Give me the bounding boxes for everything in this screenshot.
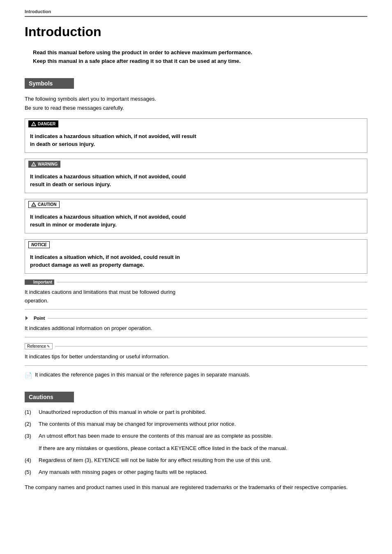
ref-page-icon: 📄 — [25, 372, 32, 379]
caution-sub-3: If there are any mistakes or questions, … — [39, 444, 367, 453]
caution-text-4: Regardless of item (3), KEYENCE will not… — [39, 456, 367, 465]
caution-triangle-icon: ! — [31, 202, 36, 207]
breadcrumb-text: Introduction — [25, 9, 51, 14]
symbols-intro-line2: Be sure to read these messages carefully… — [25, 104, 367, 113]
important-badge: Important — [25, 279, 54, 285]
danger-desc-line1: It indicates a hazardous situation which… — [30, 132, 362, 141]
svg-text:!: ! — [33, 204, 34, 206]
important-header: Important — [25, 279, 367, 285]
important-desc: It indicates cautions and limitations th… — [25, 286, 367, 309]
reference-entry: Reference ✎ It indicates tips for better… — [25, 343, 367, 366]
intro-text: Read this manual before using the produc… — [33, 48, 367, 66]
ref-page-row: 📄 It indicates the reference pages in th… — [25, 372, 367, 379]
play-icon — [27, 280, 30, 284]
point-badge: Point — [25, 315, 45, 321]
notice-label-row: NOTICE — [25, 240, 367, 250]
svg-text:!: ! — [33, 123, 34, 126]
notice-desc: It indicates a situation which, if not a… — [25, 250, 367, 273]
danger-label-row: ! DANGER — [25, 119, 367, 129]
caution-text-3: An utmost effort has been made to ensure… — [39, 432, 367, 441]
svg-marker-6 — [25, 316, 28, 320]
symbols-intro-line1: The following symbols alert you to impor… — [25, 95, 367, 104]
caution-item-5: (5) Any manuals with missing pages or ot… — [25, 468, 367, 477]
trademark-text: The company names and product names used… — [25, 483, 367, 492]
symbols-intro: The following symbols alert you to impor… — [25, 95, 367, 113]
caution-desc: It indicates a hazardous situation which… — [25, 210, 367, 233]
caution-desc-line1: It indicates a hazardous situation which… — [30, 213, 362, 221]
caution-item-3: (3) An utmost effort has been made to en… — [25, 432, 367, 453]
intro-line1: Read this manual before using the produc… — [33, 48, 367, 57]
caution-text-5: Any manuals with missing pages or other … — [39, 468, 367, 477]
reference-desc: It indicates tips for better understandi… — [25, 351, 367, 365]
symbols-header: Symbols — [25, 78, 74, 89]
warning-badge: ! WARNING — [28, 161, 60, 168]
warning-desc: It indicates a hazardous situation which… — [25, 169, 367, 193]
caution-desc-line2: result in minor or moderate injury. — [30, 221, 362, 229]
danger-entry: ! DANGER It indicates a hazardous situat… — [25, 118, 367, 153]
warning-label: WARNING — [38, 162, 58, 166]
danger-badge: ! DANGER — [28, 120, 58, 127]
warning-desc-line1: It indicates a hazardous situation which… — [30, 173, 362, 181]
important-label: Important — [33, 280, 52, 284]
caution-text-2: The contents of this manual may be chang… — [39, 420, 367, 429]
notice-entry: NOTICE It indicates a situation which, i… — [25, 239, 367, 274]
caution-label: CAUTION — [38, 202, 57, 207]
notice-desc-line1: It indicates a situation which, if not a… — [30, 253, 362, 261]
breadcrumb: Introduction — [25, 8, 367, 17]
caution-num-3: (3) — [25, 432, 35, 441]
point-icon — [25, 315, 30, 321]
warning-desc-line2: result in death or serious injury. — [30, 180, 362, 189]
caution-num-2: (2) — [25, 420, 35, 429]
caution-badge: ! CAUTION — [28, 201, 60, 208]
danger-triangle-icon: ! — [31, 122, 36, 126]
ref-page-text: It indicates the reference pages in this… — [35, 372, 250, 378]
danger-label: DANGER — [38, 122, 55, 126]
danger-desc-line2: in death or serious injury. — [30, 140, 362, 148]
notice-badge: NOTICE — [28, 241, 50, 248]
caution-num-4: (4) — [25, 456, 35, 465]
reference-note-icon: ✎ — [47, 344, 50, 349]
caution-text-1: Unauthorized reproduction of this manual… — [39, 408, 367, 417]
caution-item-1: (1) Unauthorized reproduction of this ma… — [25, 408, 367, 417]
cautions-section: Cautions (1) Unauthorized reproduction o… — [25, 392, 367, 492]
reference-label: Reference — [27, 344, 46, 349]
caution-num-1: (1) — [25, 408, 35, 417]
point-desc: It indicates additional information on p… — [25, 323, 367, 336]
svg-text:!: ! — [33, 164, 34, 166]
notice-label: NOTICE — [31, 242, 47, 247]
warning-label-row: ! WARNING — [25, 159, 367, 169]
caution-num-5: (5) — [25, 468, 35, 477]
cautions-list: (1) Unauthorized reproduction of this ma… — [25, 408, 367, 477]
point-label: Point — [34, 316, 45, 321]
point-header: Point — [25, 315, 367, 321]
page-title: Introduction — [25, 24, 367, 39]
danger-desc: It indicates a hazardous situation which… — [25, 129, 367, 152]
page-wrapper: Introduction Introduction Read this manu… — [0, 0, 392, 554]
intro-line2: Keep this manual in a safe place after r… — [33, 57, 367, 66]
warning-triangle-icon: ! — [31, 162, 36, 166]
point-entry: Point It indicates additional informatio… — [25, 315, 367, 337]
warning-entry: ! WARNING It indicates a hazardous situa… — [25, 159, 367, 193]
caution-entry: ! CAUTION It indicates a hazardous situa… — [25, 199, 367, 233]
reference-header: Reference ✎ — [25, 343, 367, 349]
reference-badge: Reference ✎ — [25, 343, 53, 349]
notice-desc-line2: product damage as well as property damag… — [30, 261, 362, 269]
symbols-section: Symbols The following symbols alert you … — [25, 78, 367, 379]
caution-label-row: ! CAUTION — [25, 199, 367, 210]
important-entry: Important It indicates cautions and limi… — [25, 279, 367, 310]
cautions-header: Cautions — [25, 392, 74, 402]
caution-item-4: (4) Regardless of item (3), KEYENCE will… — [25, 456, 367, 465]
caution-item-2: (2) The contents of this manual may be c… — [25, 420, 367, 429]
